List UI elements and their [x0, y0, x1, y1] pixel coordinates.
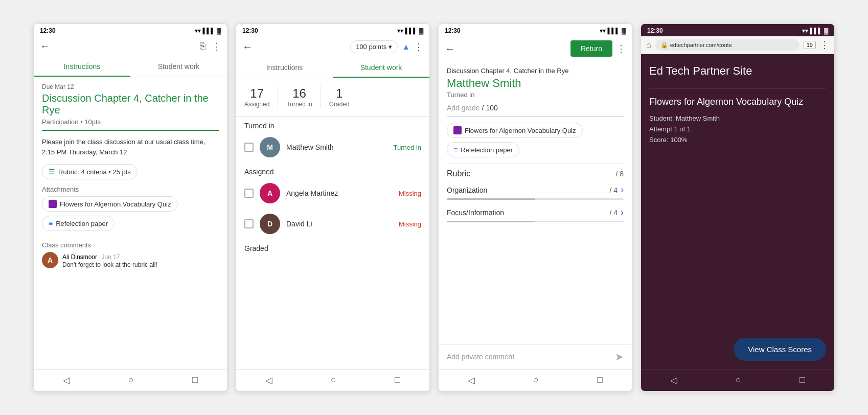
- wifi-icon-2: ▾▾: [397, 28, 403, 34]
- back-button-2[interactable]: ←: [242, 41, 253, 53]
- bottom-nav-1: ◁ ○ □: [34, 369, 227, 391]
- nav-back-4[interactable]: ◁: [670, 375, 677, 386]
- checkbox-angela[interactable]: [244, 189, 254, 198]
- rubric-header-3: Rubric / 8: [447, 169, 624, 178]
- screen-1-instructions: 12:30 ▾▾ ▌▌▌ ▓ ← ⎘ ⋮ Instructions Studen…: [33, 24, 227, 391]
- checkbox-matthew[interactable]: [244, 143, 254, 152]
- web-site-title: Ed Tech Partner Site: [649, 64, 826, 78]
- attachment-2-chip[interactable]: ≡ Refelection paper: [42, 216, 115, 231]
- tab-instructions-2[interactable]: Instructions: [236, 57, 333, 78]
- more-icon-3[interactable]: ⋮: [616, 43, 626, 54]
- tab-instructions-1[interactable]: Instructions: [34, 56, 130, 77]
- s3-attachment-2-chip[interactable]: ≡ Refelection paper: [447, 142, 519, 157]
- doc-icon-1: ≡: [49, 219, 53, 227]
- stat-turned-in-label: Turned in: [286, 101, 312, 108]
- bottom-nav-3: ◁ ○ □: [439, 369, 632, 391]
- status-time-3: 12:30: [445, 27, 461, 34]
- battery-icon-4: ▓: [824, 28, 828, 34]
- nav-home-2[interactable]: ○: [331, 375, 336, 386]
- back-button-1[interactable]: ←: [40, 40, 50, 52]
- nav-back-3[interactable]: ◁: [468, 375, 475, 386]
- toolbar-3: ← Return ⋮: [439, 36, 632, 61]
- tab-student-work-2[interactable]: Student work: [333, 57, 429, 78]
- list-item-david[interactable]: D David Li Missing: [236, 209, 429, 239]
- rubric-chip-1[interactable]: ☰ Rubric: 4 criteria • 25 pts: [42, 164, 138, 179]
- nav-recents-2[interactable]: □: [395, 375, 400, 386]
- purple-icon-3: [453, 126, 462, 134]
- nav-back-2[interactable]: ◁: [265, 375, 272, 386]
- attachment-1-chip[interactable]: Flowers for Algernon Vocabulary Quiz: [42, 196, 178, 212]
- status-icons-4: ▾▾ ▌▌▌ ▓: [802, 28, 828, 34]
- signal-icon-1: ▌▌▌: [203, 28, 215, 34]
- signal-icon-3: ▌▌▌: [608, 28, 620, 34]
- wifi-icon-3: ▾▾: [600, 28, 606, 34]
- rubric-progress-org: [447, 198, 624, 200]
- browser-tab-count[interactable]: 19: [804, 41, 816, 49]
- assignment-context-3: Discussion Chapter 4, Catcher in the Rye: [447, 67, 624, 75]
- checkbox-david[interactable]: [244, 219, 254, 228]
- browser-url-bar[interactable]: 🔒 edtechpartner.com/conte: [655, 39, 800, 51]
- rubric-item-name-org: Organization: [447, 186, 487, 194]
- bottom-nav-4: ◁ ○ □: [641, 369, 834, 391]
- rubric-section-3: Rubric / 8 Organization / 4 ›: [447, 164, 624, 222]
- nav-home-4[interactable]: ○: [736, 375, 741, 386]
- nav-back-1[interactable]: ◁: [63, 375, 70, 386]
- rubric-progress-fill-org: [447, 198, 535, 200]
- share-icon-1[interactable]: ⎘: [200, 41, 205, 52]
- purple-icon-1: [49, 200, 57, 208]
- toolbar-actions-1: ⎘ ⋮: [200, 41, 221, 52]
- screen-4-web: 12:30 ▾▾ ▌▌▌ ▓ ⌂ 🔒 edtechpartner.com/con…: [641, 24, 835, 391]
- nav-home-1[interactable]: ○: [128, 375, 134, 386]
- status-icons-3: ▾▾ ▌▌▌ ▓: [600, 28, 626, 34]
- nav-recents-1[interactable]: □: [192, 375, 198, 386]
- view-class-scores-button[interactable]: View Class Scores: [734, 338, 826, 361]
- url-text: edtechpartner.com/conte: [670, 42, 732, 48]
- nav-home-3[interactable]: ○: [533, 375, 539, 386]
- nav-recents-3[interactable]: □: [597, 375, 603, 386]
- status-bar-2: 12:30 ▾▾ ▌▌▌ ▓: [236, 24, 429, 36]
- status-bar-1: 12:30 ▾▾ ▌▌▌ ▓: [34, 24, 227, 36]
- private-comment-input[interactable]: Add private comment: [447, 353, 611, 361]
- stat-assigned: 17 Assigned: [244, 86, 269, 108]
- web-divider: [649, 88, 826, 88]
- list-item-angela[interactable]: A Angela Martinez Missing: [236, 178, 429, 209]
- stat-divider-1: [278, 86, 278, 108]
- assignment-title-1: Discussion Chapter 4, Catcher in the Rye: [42, 93, 219, 116]
- tabs-row-1: Instructions Student work: [34, 56, 227, 77]
- content-3: Discussion Chapter 4, Catcher in the Rye…: [439, 61, 632, 344]
- rubric-item-header-org: Organization / 4 ›: [447, 185, 624, 195]
- points-chip-2[interactable]: 100 points ▾: [350, 40, 398, 53]
- due-date-1: Due Mar 12: [42, 83, 219, 90]
- more-icon-browser[interactable]: ⋮: [820, 39, 829, 51]
- browser-bar: ⌂ 🔒 edtechpartner.com/conte 19 ⋮: [641, 36, 834, 54]
- drive-icon-2[interactable]: ▲: [402, 42, 410, 52]
- rubric-item-header-focus: Focus/Information / 4 ›: [447, 207, 624, 218]
- return-button[interactable]: Return: [570, 40, 612, 57]
- chevron-icon-org[interactable]: ›: [621, 185, 624, 195]
- grade-label[interactable]: Add grade: [447, 104, 480, 112]
- back-button-3[interactable]: ←: [445, 43, 455, 55]
- chevron-icon-focus[interactable]: ›: [621, 207, 624, 218]
- avatar-matthew: M: [260, 137, 280, 157]
- stat-assigned-number: 17: [244, 86, 269, 101]
- stat-graded: 1 Graded: [329, 86, 350, 108]
- rubric-chip-icon-1: ☰: [49, 168, 55, 176]
- send-icon-3[interactable]: ➤: [615, 351, 624, 363]
- rubric-item-focus: Focus/Information / 4 ›: [447, 207, 624, 222]
- rubric-total-3: / 8: [615, 170, 624, 178]
- more-icon-2[interactable]: ⋮: [414, 41, 423, 53]
- green-divider-1: [42, 130, 219, 131]
- battery-icon-3: ▓: [622, 28, 626, 34]
- signal-icon-2: ▌▌▌: [405, 28, 417, 34]
- instructions-text-1: Please join the class discussion at our …: [42, 137, 219, 157]
- toolbar-2: ← 100 points ▾ ▲ ⋮: [236, 36, 429, 57]
- list-item-matthew[interactable]: M Matthew Smith Turned in: [236, 132, 429, 163]
- tab-student-work-1[interactable]: Student work: [130, 56, 227, 77]
- wifi-icon-1: ▾▾: [195, 28, 201, 34]
- s3-attachment-1-chip[interactable]: Flowers for Algernon Vocabulary Quiz: [447, 123, 583, 138]
- home-icon-browser[interactable]: ⌂: [646, 40, 651, 50]
- nav-recents-4[interactable]: □: [800, 375, 805, 386]
- more-icon-1[interactable]: ⋮: [212, 41, 221, 52]
- web-content-wrapper: Ed Tech Partner Site Flowers for Algerno…: [641, 54, 834, 369]
- screen-3-student-detail: 12:30 ▾▾ ▌▌▌ ▓ ← Return ⋮ Discussion Cha…: [438, 24, 632, 391]
